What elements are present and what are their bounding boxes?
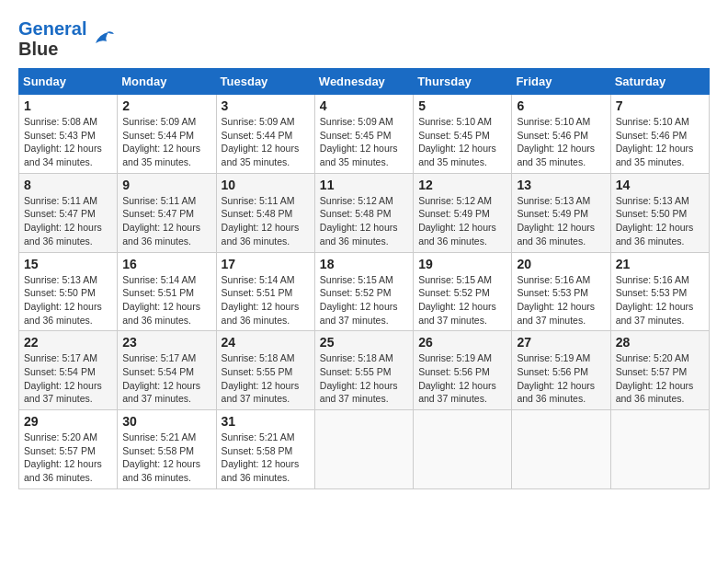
col-thursday: Thursday	[414, 69, 512, 95]
col-sunday: Sunday	[19, 69, 118, 95]
daylight-label: Daylight: 12 hours and 35 minutes.	[616, 143, 694, 167]
sunset-label: Sunset: 5:58 PM	[122, 445, 194, 456]
daylight-label: Daylight: 12 hours and 36 minutes.	[616, 380, 694, 405]
sunset-label: Sunset: 5:51 PM	[122, 287, 194, 298]
daylight-label: Daylight: 12 hours and 35 minutes.	[320, 143, 398, 167]
day-number: 30	[122, 414, 210, 429]
daylight-label: Daylight: 12 hours and 36 minutes.	[122, 222, 200, 247]
sunrise-label: Sunrise: 5:21 AM	[122, 431, 196, 442]
day-info: Sunrise: 5:11 AM Sunset: 5:48 PM Dayligh…	[222, 194, 310, 248]
sunset-label: Sunset: 5:50 PM	[24, 287, 96, 298]
table-row: 5 Sunrise: 5:10 AM Sunset: 5:45 PM Dayli…	[414, 95, 512, 174]
sunrise-label: Sunrise: 5:13 AM	[517, 195, 590, 206]
table-row: 29 Sunrise: 5:20 AM Sunset: 5:57 PM Dayl…	[19, 410, 118, 489]
day-number: 17	[222, 257, 310, 271]
day-number: 3	[222, 98, 310, 113]
sunrise-label: Sunrise: 5:19 AM	[418, 352, 492, 363]
table-row: 3 Sunrise: 5:09 AM Sunset: 5:44 PM Dayli…	[216, 95, 314, 174]
day-info: Sunrise: 5:14 AM Sunset: 5:51 PM Dayligh…	[122, 273, 210, 327]
table-row: 26 Sunrise: 5:19 AM Sunset: 5:56 PM Dayl…	[414, 331, 512, 410]
sunrise-label: Sunrise: 5:16 AM	[616, 274, 689, 285]
day-number: 14	[616, 178, 704, 192]
col-saturday: Saturday	[610, 69, 709, 95]
day-info: Sunrise: 5:12 AM Sunset: 5:48 PM Dayligh…	[320, 194, 408, 248]
sunset-label: Sunset: 5:49 PM	[418, 208, 490, 219]
sunrise-label: Sunrise: 5:14 AM	[122, 274, 196, 285]
day-info: Sunrise: 5:09 AM Sunset: 5:44 PM Dayligh…	[122, 115, 210, 169]
day-info: Sunrise: 5:13 AM Sunset: 5:50 PM Dayligh…	[24, 273, 112, 327]
table-row: 2 Sunrise: 5:09 AM Sunset: 5:44 PM Dayli…	[118, 95, 216, 174]
daylight-label: Daylight: 12 hours and 36 minutes.	[517, 222, 595, 247]
sunset-label: Sunset: 5:49 PM	[517, 208, 588, 219]
day-number: 27	[517, 335, 605, 350]
table-row: 12 Sunrise: 5:12 AM Sunset: 5:49 PM Dayl…	[414, 173, 512, 252]
table-row: 22 Sunrise: 5:17 AM Sunset: 5:54 PM Dayl…	[19, 331, 118, 410]
daylight-label: Daylight: 12 hours and 37 minutes.	[616, 301, 694, 326]
sunrise-label: Sunrise: 5:09 AM	[320, 116, 393, 127]
sunrise-label: Sunrise: 5:11 AM	[222, 195, 295, 206]
sunrise-label: Sunrise: 5:11 AM	[122, 195, 196, 206]
logo-bird-icon	[88, 25, 116, 52]
day-info: Sunrise: 5:13 AM Sunset: 5:50 PM Dayligh…	[616, 194, 704, 248]
day-info: Sunrise: 5:15 AM Sunset: 5:52 PM Dayligh…	[320, 273, 408, 327]
table-row: 17 Sunrise: 5:14 AM Sunset: 5:51 PM Dayl…	[216, 252, 314, 331]
sunrise-label: Sunrise: 5:17 AM	[24, 352, 97, 363]
daylight-label: Daylight: 12 hours and 36 minutes.	[122, 301, 200, 326]
sunset-label: Sunset: 5:48 PM	[222, 208, 293, 219]
daylight-label: Daylight: 12 hours and 35 minutes.	[517, 143, 595, 167]
sunset-label: Sunset: 5:54 PM	[24, 366, 96, 377]
day-info: Sunrise: 5:16 AM Sunset: 5:53 PM Dayligh…	[616, 273, 704, 327]
daylight-label: Daylight: 12 hours and 37 minutes.	[320, 380, 398, 405]
table-row: 13 Sunrise: 5:13 AM Sunset: 5:49 PM Dayl…	[512, 173, 610, 252]
sunrise-label: Sunrise: 5:16 AM	[517, 274, 590, 285]
table-row: 18 Sunrise: 5:15 AM Sunset: 5:52 PM Dayl…	[314, 252, 413, 331]
sunset-label: Sunset: 5:55 PM	[222, 366, 293, 377]
daylight-label: Daylight: 12 hours and 36 minutes.	[24, 458, 102, 483]
daylight-label: Daylight: 12 hours and 36 minutes.	[222, 222, 300, 247]
sunset-label: Sunset: 5:46 PM	[616, 130, 688, 141]
daylight-label: Daylight: 12 hours and 36 minutes.	[616, 222, 694, 247]
day-number: 29	[24, 414, 112, 429]
table-row	[414, 410, 512, 489]
day-number: 24	[222, 335, 310, 350]
daylight-label: Daylight: 12 hours and 36 minutes.	[24, 222, 102, 247]
day-number: 6	[517, 98, 605, 113]
day-number: 9	[122, 178, 210, 192]
day-number: 19	[418, 257, 506, 271]
daylight-label: Daylight: 12 hours and 37 minutes.	[418, 301, 496, 326]
sunset-label: Sunset: 5:58 PM	[222, 445, 293, 456]
day-info: Sunrise: 5:18 AM Sunset: 5:55 PM Dayligh…	[320, 351, 408, 406]
sunrise-label: Sunrise: 5:15 AM	[418, 274, 492, 285]
daylight-label: Daylight: 12 hours and 36 minutes.	[222, 301, 300, 326]
sunrise-label: Sunrise: 5:20 AM	[616, 352, 689, 363]
table-row: 31 Sunrise: 5:21 AM Sunset: 5:58 PM Dayl…	[216, 410, 314, 489]
sunset-label: Sunset: 5:45 PM	[418, 130, 490, 141]
day-number: 4	[320, 98, 408, 113]
logo: GeneralBlue	[18, 18, 116, 59]
table-row: 23 Sunrise: 5:17 AM Sunset: 5:54 PM Dayl…	[118, 331, 216, 410]
day-number: 28	[616, 335, 704, 350]
day-info: Sunrise: 5:10 AM Sunset: 5:46 PM Dayligh…	[517, 115, 605, 169]
table-row: 14 Sunrise: 5:13 AM Sunset: 5:50 PM Dayl…	[610, 173, 709, 252]
calendar-week-row: 22 Sunrise: 5:17 AM Sunset: 5:54 PM Dayl…	[19, 331, 710, 410]
table-row: 19 Sunrise: 5:15 AM Sunset: 5:52 PM Dayl…	[414, 252, 512, 331]
sunrise-label: Sunrise: 5:18 AM	[320, 352, 393, 363]
logo-text: GeneralBlue	[18, 18, 86, 59]
table-row	[314, 410, 413, 489]
page-header: GeneralBlue	[18, 18, 710, 59]
day-info: Sunrise: 5:11 AM Sunset: 5:47 PM Dayligh…	[122, 194, 210, 248]
sunrise-label: Sunrise: 5:15 AM	[320, 274, 393, 285]
calendar-week-row: 15 Sunrise: 5:13 AM Sunset: 5:50 PM Dayl…	[19, 252, 710, 331]
day-number: 1	[24, 98, 112, 113]
sunset-label: Sunset: 5:50 PM	[616, 208, 688, 219]
sunrise-label: Sunrise: 5:18 AM	[222, 352, 295, 363]
day-number: 10	[222, 178, 310, 192]
day-number: 11	[320, 178, 408, 192]
sunrise-label: Sunrise: 5:08 AM	[24, 116, 97, 127]
sunrise-label: Sunrise: 5:21 AM	[222, 431, 295, 442]
sunrise-label: Sunrise: 5:10 AM	[616, 116, 689, 127]
day-number: 15	[24, 257, 112, 271]
day-info: Sunrise: 5:14 AM Sunset: 5:51 PM Dayligh…	[222, 273, 310, 327]
day-number: 13	[517, 178, 605, 192]
day-info: Sunrise: 5:17 AM Sunset: 5:54 PM Dayligh…	[24, 351, 112, 406]
